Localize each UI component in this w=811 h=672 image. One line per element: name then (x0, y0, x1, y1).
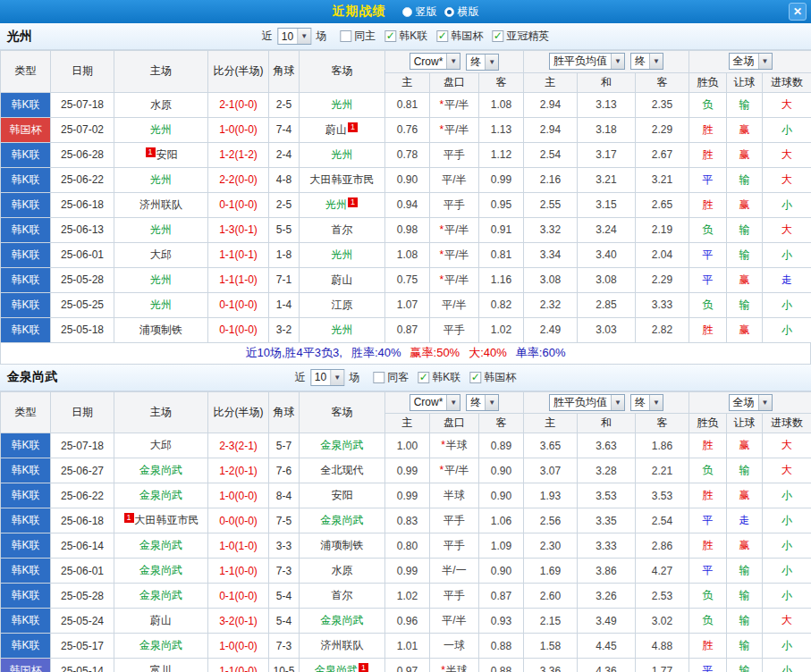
europe-avg-select[interactable]: 胜平负均值▼ (549, 53, 625, 70)
line-text: 半球 (446, 439, 468, 451)
score-cell: 0-0(0-0) (208, 508, 269, 533)
live-line-star: * (441, 664, 445, 672)
layout-option-label: 竖版 (416, 4, 437, 20)
handicap-result-cell: 输 (727, 584, 763, 609)
live-line-star: * (439, 223, 444, 236)
scope-select[interactable]: 全场▼ (729, 53, 773, 70)
europe-home-odds: 2.60 (524, 584, 578, 609)
unchecked-checkbox-icon[interactable] (373, 372, 384, 383)
checked-checkbox-icon[interactable]: ✓ (436, 30, 448, 42)
close-button[interactable]: ✕ (789, 3, 807, 21)
matches-table: 类型 日期 主场 比分(半场) 角球 客场 Crow*▼终▼ 胜平负均值▼终▼ … (0, 50, 811, 343)
team-name: 金泉尚武 (321, 614, 364, 626)
europe-away-odds: 2.04 (636, 242, 689, 267)
asia-away-odds: 0.89 (479, 433, 524, 458)
layout-option-selected[interactable]: 横版 (444, 4, 479, 20)
home-team-cell: 光州 (114, 117, 208, 142)
checkbox-label: 韩国杯 (451, 29, 483, 44)
result-cell: 平 (689, 508, 727, 533)
filter-checkbox[interactable]: ✓韩K联 (418, 370, 460, 385)
result-cell: 胜 (689, 533, 727, 559)
goals-result-cell: 走 (763, 267, 811, 292)
filter-row: 光州 近 10▼ 场 同主✓韩K联✓韩国杯✓亚冠精英 (0, 23, 811, 50)
corner-cell: 1-4 (269, 292, 300, 317)
dropdown-arrow-icon: ▼ (611, 54, 624, 69)
match-row: 韩K联25-05-28金泉尚武0-1(0-0)5-4首尔1.02平手0.872.… (1, 584, 811, 609)
unchecked-checkbox-icon[interactable] (340, 30, 351, 42)
asia-home-odds: 1.08 (385, 242, 430, 267)
filter-checkbox[interactable]: ✓韩国杯 (436, 29, 483, 44)
match-count-select[interactable]: 10▼ (277, 28, 311, 45)
match-row: 韩国杯25-07-02光州1-0(0-0)7-4蔚山10.76*平/半1.132… (1, 117, 811, 142)
checked-checkbox-icon[interactable]: ✓ (492, 30, 503, 42)
filter-checkbox[interactable]: 同主 (340, 29, 376, 44)
scope-select[interactable]: 全场▼ (729, 394, 773, 411)
result-cell: 胜 (689, 483, 727, 508)
handicap-result-cell: 赢 (727, 142, 763, 167)
filter-checkbox[interactable]: 同客 (373, 370, 409, 385)
corner-cell: 7-6 (269, 458, 300, 483)
match-row: 韩K联25-06-281安阳1-2(1-2)2-4光州0.78平手1.122.5… (1, 142, 811, 167)
subcol-handicap: 让球 (727, 72, 763, 92)
away-team-cell: 首尔 (300, 584, 385, 609)
europe-time-select[interactable]: 终▼ (630, 53, 663, 70)
matches-table: 类型 日期 主场 比分(半场) 角球 客场 Crow*▼终▼ 胜平负均值▼终▼ … (0, 391, 811, 672)
match-date: 25-06-14 (51, 533, 114, 559)
layout-option-unselected[interactable]: 竖版 (402, 4, 437, 20)
europe-time-select[interactable]: 终▼ (630, 394, 663, 411)
score-cell: 0-1(0-0) (208, 317, 269, 342)
home-team-cell: 光州 (114, 167, 208, 192)
live-line-star: * (439, 98, 444, 111)
radio-selected-icon[interactable] (444, 7, 454, 17)
bookmaker-select[interactable]: Crow*▼ (410, 394, 461, 411)
asia-time-select[interactable]: 终▼ (466, 394, 499, 411)
score-cell: 2-3(2-1) (208, 433, 269, 458)
home-team-cell: 浦项制铁 (114, 317, 208, 342)
away-team-cell: 浦项制铁 (300, 533, 385, 559)
radio-icon[interactable] (402, 7, 412, 17)
checked-checkbox-icon[interactable]: ✓ (469, 372, 481, 383)
team-name: 金泉尚武 (139, 639, 182, 651)
checkbox-label: 韩K联 (432, 370, 460, 385)
bookmaker-select[interactable]: Crow*▼ (410, 53, 461, 70)
asia-handicap-line: 平手 (430, 533, 479, 559)
filter-checkbox[interactable]: ✓韩国杯 (469, 370, 516, 385)
league-badge: 韩K联 (1, 92, 51, 117)
home-team-cell: 光州 (114, 292, 208, 317)
checked-checkbox-icon[interactable]: ✓ (418, 372, 429, 383)
filter-checkbox[interactable]: ✓亚冠精英 (492, 29, 549, 44)
red-card-badge: 1 (359, 663, 368, 672)
goals-result-cell: 大 (763, 458, 811, 483)
league-badge: 韩K联 (1, 533, 51, 559)
europe-draw-odds: 3.03 (578, 317, 636, 342)
asia-home-odds: 1.02 (385, 584, 430, 609)
corner-cell: 5-7 (269, 433, 300, 458)
europe-home-odds: 3.08 (524, 267, 578, 292)
dropdown-arrow-icon: ▼ (330, 370, 343, 385)
asia-time-select[interactable]: 终▼ (466, 54, 499, 71)
europe-draw-odds: 3.13 (578, 92, 636, 117)
home-team-cell: 金泉尚武 (114, 483, 208, 508)
team-name: 光州 (150, 223, 172, 236)
match-row: 韩K联25-05-17金泉尚武1-0(0-0)7-3济州联队1.01一球0.88… (1, 634, 811, 659)
team-name: 大邱 (150, 248, 172, 261)
filter-checkbox[interactable]: ✓韩K联 (384, 29, 427, 44)
asia-home-odds: 0.94 (385, 192, 430, 217)
match-row: 韩K联25-06-13光州1-3(0-1)5-5首尔0.98*平/半0.913.… (1, 217, 811, 242)
europe-away-odds: 2.67 (636, 142, 689, 167)
europe-away-odds: 3.33 (636, 292, 689, 317)
dropdown-arrow-icon: ▼ (485, 55, 498, 70)
match-date: 25-05-17 (51, 634, 114, 659)
corner-cell: 7-1 (269, 267, 300, 292)
checked-checkbox-icon[interactable]: ✓ (384, 30, 396, 42)
match-count-select[interactable]: 10▼ (310, 369, 344, 386)
europe-home-odds: 2.56 (524, 508, 578, 533)
match-count-value: 10 (315, 371, 326, 383)
europe-avg-select[interactable]: 胜平负均值▼ (549, 394, 625, 411)
europe-home-odds: 1.58 (524, 634, 578, 659)
match-date: 25-05-28 (51, 267, 114, 292)
handicap-result-cell: 赢 (727, 433, 763, 458)
subcol-handicap: 让球 (727, 414, 763, 433)
score-cell: 2-2(0-0) (208, 167, 269, 192)
corner-cell: 7-5 (269, 508, 300, 533)
